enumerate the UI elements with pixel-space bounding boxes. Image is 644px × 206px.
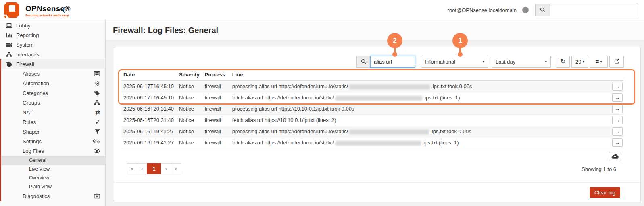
brand[interactable]: OPNsense® Securing networks made easy xyxy=(3,2,71,20)
sidebar-item-categories[interactable]: Categories xyxy=(1,88,105,98)
pagination-last-button[interactable]: » xyxy=(171,163,181,174)
log-search-input[interactable] xyxy=(370,56,415,68)
sidebar-item-groups[interactable]: Groups xyxy=(1,98,105,107)
arrow-right-icon: → xyxy=(615,117,620,123)
row-detail-button[interactable]: → xyxy=(612,138,623,147)
sidebar-item-nat[interactable]: NAT ⇄ xyxy=(1,107,105,117)
sidebar-item-aliases[interactable]: Aliases xyxy=(1,69,105,78)
title-bar: Firewall: Log Files: General xyxy=(106,20,644,41)
column-header-date[interactable]: Date xyxy=(121,69,177,80)
cell-date: 2025-06-16T19:41:27 xyxy=(121,137,177,148)
cell-process: firewall xyxy=(203,115,230,126)
annotation-badge-1: 1 xyxy=(452,33,468,48)
sidebar-item-label: Firewall xyxy=(16,61,34,67)
pagination-next-button[interactable]: › xyxy=(161,163,171,174)
sidebar-item-label: Reporting xyxy=(16,32,39,38)
sidebar-item-settings[interactable]: Settings ⚙⚙ xyxy=(1,136,105,146)
sidebar-item-firewall[interactable]: Firewall xyxy=(1,59,105,69)
download-log-button[interactable] xyxy=(609,152,621,161)
sidebar-item-automation[interactable]: Automation ⚙ xyxy=(1,78,105,88)
sidebar-collapse-button[interactable] xyxy=(61,7,65,15)
clear-log-button[interactable]: Clear log xyxy=(590,187,620,198)
column-header-severity[interactable]: Severity xyxy=(177,69,203,80)
sidebar-item-label: Shaper xyxy=(23,129,40,135)
sidebar: Lobby Reporting System Interfaces Firewa… xyxy=(0,20,106,206)
row-detail-button[interactable]: → xyxy=(612,82,623,91)
redacted-text xyxy=(336,141,421,146)
sidebar-item-label: Log Files xyxy=(23,148,44,154)
sidebar-item-diagnostics[interactable]: Diagnostics xyxy=(1,191,105,201)
cell-date: 2025-06-17T16:45:10 xyxy=(121,92,177,103)
severity-select-value: Informational xyxy=(425,59,455,65)
annotation-badge-2: 2 xyxy=(387,33,402,48)
refresh-button[interactable]: ↻ xyxy=(556,56,570,68)
sidebar-item-lobby[interactable]: Lobby xyxy=(0,21,105,30)
row-detail-button[interactable]: → xyxy=(612,127,623,136)
sidebar-item-label: General xyxy=(29,157,46,163)
sidebar-item-label: NAT xyxy=(23,109,33,115)
sidebar-item-label: Aliases xyxy=(23,71,40,77)
sidebar-item-label: Overview xyxy=(29,175,49,181)
arrow-right-icon: → xyxy=(615,106,620,112)
row-detail-button[interactable]: → xyxy=(612,116,623,124)
table-row: 2025-06-17T16:45:10 Notice firewall proc… xyxy=(121,80,623,92)
export-button[interactable] xyxy=(609,56,624,68)
sidebar-item-interfaces[interactable]: Interfaces xyxy=(0,49,105,59)
period-select-value: Last day xyxy=(496,59,515,65)
fire-icon xyxy=(5,61,13,67)
sidebar-item-general[interactable]: General xyxy=(1,156,105,165)
footer-divider xyxy=(114,182,640,183)
columns-button[interactable]: ≡ ▾ xyxy=(590,56,608,68)
arrow-right-icon: → xyxy=(615,140,620,146)
chevron-down-icon: ▾ xyxy=(582,60,584,64)
columns-icon: ≡ xyxy=(596,58,599,65)
cell-line: processing alias url https://10.10.0.1/i… xyxy=(230,103,606,115)
pagination-page-1-button[interactable]: 1 xyxy=(147,163,161,174)
sitemap-icon xyxy=(94,100,100,105)
sidebar-item-system[interactable]: System xyxy=(0,40,105,49)
sidebar-item-live-view[interactable]: Live View xyxy=(1,165,105,173)
showing-summary: Showing 1 to 6 xyxy=(581,166,616,172)
sidebar-item-overview[interactable]: Overview xyxy=(1,173,105,182)
opnsense-logo-icon xyxy=(3,2,20,20)
cell-severity: Notice xyxy=(177,126,203,137)
cell-line: fetch alias url https://defender.lumu.io… xyxy=(230,137,606,148)
cell-line: processing alias url https://defender.lu… xyxy=(230,80,606,92)
column-header-line[interactable]: Line xyxy=(230,69,606,80)
sidebar-item-label: Plain View xyxy=(29,184,52,190)
column-header-process[interactable]: Process xyxy=(203,69,230,80)
chevron-down-icon: ▾ xyxy=(545,60,547,64)
severity-select[interactable]: Informational ▾ xyxy=(421,56,488,68)
search-icon xyxy=(536,4,550,16)
sidebar-item-label: Interfaces xyxy=(16,52,39,58)
sidebar-item-reporting[interactable]: Reporting xyxy=(0,30,105,40)
sidebar-item-shaper[interactable]: Shaper xyxy=(1,127,105,136)
row-detail-button[interactable]: → xyxy=(612,105,623,113)
log-search xyxy=(356,56,415,68)
page-size-button[interactable]: 20 ▾ xyxy=(571,56,588,68)
table-row: 2025-06-16T20:31:40 Notice firewall proc… xyxy=(121,103,623,115)
eye-icon xyxy=(94,148,100,153)
pagination-prev-button[interactable]: ‹ xyxy=(137,163,147,174)
cell-process: firewall xyxy=(203,126,230,137)
sidebar-item-rules[interactable]: Rules ✓ xyxy=(1,117,105,127)
global-search-input[interactable] xyxy=(550,4,638,16)
sidebar-section-firewall: Firewall Aliases Automation ⚙ Categories… xyxy=(0,59,105,201)
sidebar-item-log-files[interactable]: Log Files xyxy=(1,146,105,156)
server-icon xyxy=(5,42,13,48)
annotation-dot xyxy=(458,52,463,57)
row-detail-button[interactable]: → xyxy=(612,93,623,102)
cell-process: firewall xyxy=(203,103,230,115)
filter-icon xyxy=(95,129,100,134)
redacted-text xyxy=(349,84,430,89)
arrow-right-icon: → xyxy=(615,95,620,101)
cell-severity: Notice xyxy=(177,137,203,148)
period-select[interactable]: Last day ▾ xyxy=(492,56,551,68)
cell-severity: Notice xyxy=(177,103,203,115)
sidebar-item-label: System xyxy=(16,42,33,48)
table-header-row: Date Severity Process Line xyxy=(121,69,623,80)
chevron-left-icon xyxy=(61,8,65,14)
pagination-first-button[interactable]: « xyxy=(127,163,137,174)
sidebar-item-plain-view[interactable]: Plain View xyxy=(1,182,105,191)
sidebar-item-label: Settings xyxy=(23,138,42,144)
